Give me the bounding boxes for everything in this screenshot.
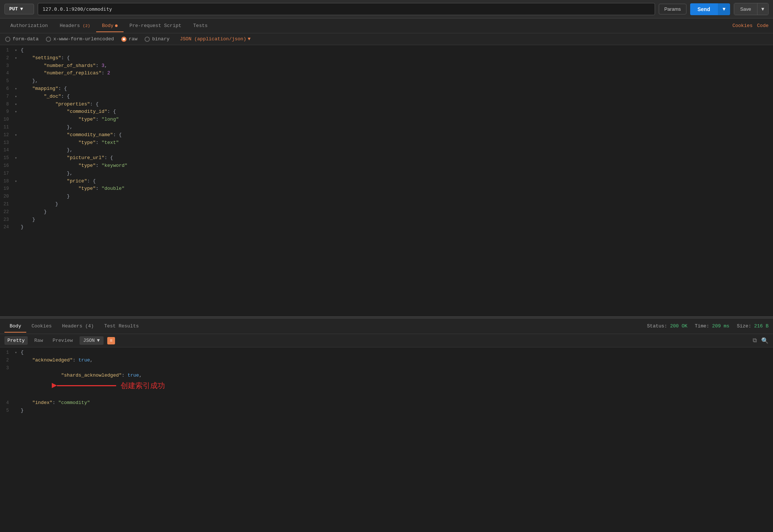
wrap-icon[interactable]: ≡	[107, 337, 115, 344]
code-line-14: 14 },	[0, 147, 773, 154]
tab-prerequest[interactable]: Pre-request Script	[124, 19, 187, 32]
resp-line-1: 1 ▾ {	[0, 349, 773, 357]
code-line-3: 3 "number_of_shards": 3,	[0, 62, 773, 70]
request-code-editor[interactable]: 1 ▾ { 2 ▾ "settings": { 3 "number_of_sha…	[0, 45, 773, 316]
collapse-9[interactable]: ▾	[15, 109, 19, 115]
code-content-3: "number_of_shards": 3,	[21, 62, 772, 70]
response-size: 216 B	[754, 323, 769, 329]
resp-fmt-pretty-label: Pretty	[7, 338, 25, 343]
line-num-20: 20	[1, 193, 15, 200]
line-num-11: 11	[1, 124, 15, 131]
code-content-15: "picture_url": {	[21, 154, 772, 162]
json-format-dropdown[interactable]: JSON (application/json) ▼	[180, 36, 250, 42]
resp-fmt-raw[interactable]: Raw	[31, 336, 46, 345]
code-content-10: "type": "long"	[21, 116, 772, 124]
tab-prerequest-label: Pre-request Script	[129, 23, 181, 28]
raw-radio-inner	[123, 38, 125, 40]
search-icon[interactable]: 🔍	[761, 337, 769, 344]
resp-tab-testresults-label: Test Results	[104, 323, 139, 329]
resp-line-num-5: 5	[1, 407, 15, 414]
resp-line-num-1: 1	[1, 349, 15, 356]
resp-tab-cookies-label: Cookies	[31, 323, 52, 329]
resp-line-num-4: 4	[1, 400, 15, 407]
code-line-13: 13 "type": "text"	[0, 139, 773, 147]
format-urlencoded[interactable]: x-www-form-urlencoded	[46, 36, 114, 42]
code-line-7: 7 ▾ "_doc": {	[0, 93, 773, 101]
line-num-6: 6	[1, 85, 15, 92]
response-json-dropdown[interactable]: JSON ▼	[80, 336, 104, 345]
code-content-1: {	[21, 47, 772, 54]
collapse-18[interactable]: ▾	[15, 179, 19, 185]
collapse-1[interactable]: ▾	[15, 48, 19, 54]
response-body-editor[interactable]: 1 ▾ { 2 "acknowledged": true, 3 "shards_…	[0, 347, 773, 416]
line-num-15: 15	[1, 155, 15, 162]
code-line-21: 21 }	[0, 201, 773, 208]
format-raw[interactable]: raw	[121, 36, 137, 42]
collapse-15[interactable]: ▾	[15, 155, 19, 161]
urlencoded-radio	[46, 37, 51, 42]
resp-collapse-1[interactable]: ▾	[15, 350, 19, 356]
code-content-21: }	[21, 201, 772, 208]
tab-tests[interactable]: Tests	[187, 19, 213, 32]
collapse-6[interactable]: ▾	[15, 86, 19, 92]
save-button[interactable]: Save	[734, 3, 757, 15]
top-bar: PUT ▼ Params Send ▼ Save ▼	[0, 0, 773, 18]
line-num-24: 24	[1, 224, 15, 231]
resp-tab-testresults[interactable]: Test Results	[99, 320, 144, 333]
status-code: 200 OK	[670, 323, 688, 329]
save-dropdown-button[interactable]: ▼	[757, 3, 768, 15]
send-button[interactable]: Send	[690, 3, 718, 15]
params-button[interactable]: Params	[659, 4, 686, 14]
tab-headers[interactable]: Headers (2)	[54, 19, 96, 32]
code-line-6: 6 ▾ "mapping": {	[0, 85, 773, 93]
code-content-24: }	[21, 223, 772, 231]
resp-tab-headers[interactable]: Headers (4)	[57, 320, 99, 333]
json-format-chevron-icon: ▼	[248, 36, 251, 42]
resp-tab-cookies[interactable]: Cookies	[26, 320, 57, 333]
code-content-9: "commodity_id": {	[21, 108, 772, 116]
code-line-22: 22 }	[0, 208, 773, 216]
request-panel: Authorization Headers (2) Body Pre-reque…	[0, 18, 773, 316]
resp-tab-headers-label: Headers (4)	[62, 323, 94, 329]
copy-icon[interactable]: ⧉	[753, 337, 757, 344]
resp-tab-body[interactable]: Body	[4, 320, 26, 333]
code-line-2: 2 ▾ "settings": {	[0, 54, 773, 62]
resp-fmt-pretty[interactable]: Pretty	[4, 336, 28, 345]
method-dropdown[interactable]: PUT ▼	[4, 4, 34, 14]
collapse-12[interactable]: ▾	[15, 132, 19, 138]
format-form-data[interactable]: form-data	[5, 36, 38, 42]
tab-authorization-label: Authorization	[10, 23, 48, 28]
line-num-3: 3	[1, 63, 15, 70]
line-num-14: 14	[1, 147, 15, 154]
code-line-16: 16 "type": "keyword"	[0, 162, 773, 170]
resp-fmt-preview[interactable]: Preview	[50, 336, 76, 345]
collapse-7[interactable]: ▾	[15, 94, 19, 100]
response-status: Status: 200 OK Time: 209 ms Size: 216 B	[647, 323, 769, 329]
line-num-12: 12	[1, 132, 15, 139]
code-content-7: "_doc": {	[21, 93, 772, 101]
urlencoded-label: x-www-form-urlencoded	[53, 36, 114, 42]
line-num-4: 4	[1, 70, 15, 77]
method-chevron-icon: ▼	[20, 6, 23, 12]
resp-fmt-preview-label: Preview	[53, 338, 73, 343]
line-num-5: 5	[1, 78, 15, 85]
resp-line-num-2: 2	[1, 357, 15, 364]
line-num-7: 7	[1, 93, 15, 100]
collapse-8[interactable]: ▾	[15, 102, 19, 108]
code-content-20: }	[21, 193, 772, 201]
collapse-2[interactable]: ▾	[15, 55, 19, 61]
resp-json-chevron-icon: ▼	[97, 338, 100, 343]
format-binary[interactable]: binary	[145, 36, 169, 42]
resp-line-3: 3 "shards_acknowledged": true, 创建索引成功	[0, 364, 773, 399]
code-content-14: },	[21, 147, 772, 154]
code-link[interactable]: Code	[757, 23, 769, 28]
send-dropdown-button[interactable]: ▼	[718, 3, 730, 15]
code-content-8: "properties": {	[21, 101, 772, 108]
right-actions: Cookies Code	[732, 23, 769, 28]
size-label: Size: 216 B	[737, 323, 769, 329]
resp-tab-body-label: Body	[10, 323, 21, 329]
tab-authorization[interactable]: Authorization	[4, 19, 54, 32]
url-input[interactable]	[38, 3, 655, 15]
cookies-link[interactable]: Cookies	[732, 23, 753, 28]
tab-body[interactable]: Body	[96, 19, 124, 32]
